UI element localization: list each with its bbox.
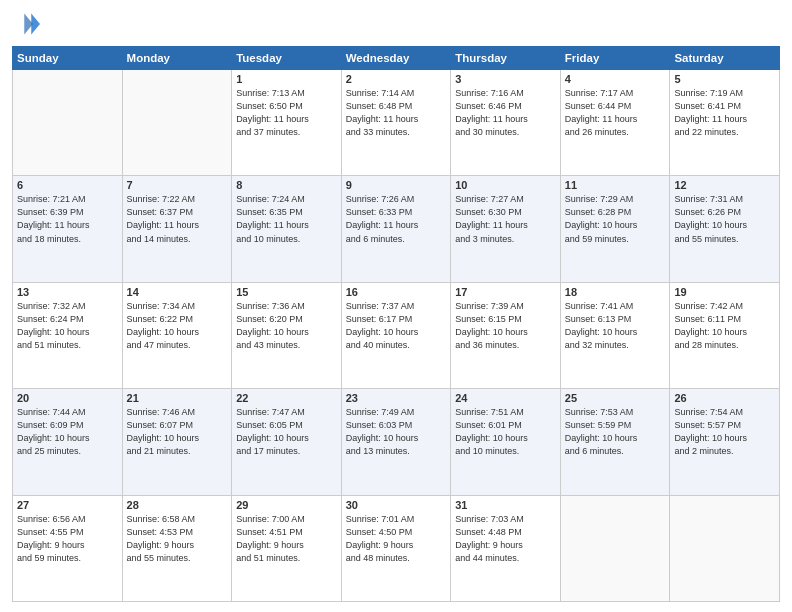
- day-info: Sunrise: 7:39 AM Sunset: 6:15 PM Dayligh…: [455, 300, 556, 352]
- col-header-thursday: Thursday: [451, 47, 561, 70]
- day-info: Sunrise: 7:36 AM Sunset: 6:20 PM Dayligh…: [236, 300, 337, 352]
- day-number: 28: [127, 499, 228, 511]
- calendar-cell: 3Sunrise: 7:16 AM Sunset: 6:46 PM Daylig…: [451, 70, 561, 176]
- day-info: Sunrise: 7:24 AM Sunset: 6:35 PM Dayligh…: [236, 193, 337, 245]
- calendar-cell: 17Sunrise: 7:39 AM Sunset: 6:15 PM Dayli…: [451, 282, 561, 388]
- calendar-cell: 27Sunrise: 6:56 AM Sunset: 4:55 PM Dayli…: [13, 495, 123, 601]
- day-info: Sunrise: 6:58 AM Sunset: 4:53 PM Dayligh…: [127, 513, 228, 565]
- day-number: 16: [346, 286, 447, 298]
- day-info: Sunrise: 7:31 AM Sunset: 6:26 PM Dayligh…: [674, 193, 775, 245]
- col-header-wednesday: Wednesday: [341, 47, 451, 70]
- day-number: 1: [236, 73, 337, 85]
- calendar-cell: 1Sunrise: 7:13 AM Sunset: 6:50 PM Daylig…: [232, 70, 342, 176]
- col-header-saturday: Saturday: [670, 47, 780, 70]
- day-info: Sunrise: 7:16 AM Sunset: 6:46 PM Dayligh…: [455, 87, 556, 139]
- calendar-cell: 28Sunrise: 6:58 AM Sunset: 4:53 PM Dayli…: [122, 495, 232, 601]
- day-number: 26: [674, 392, 775, 404]
- day-info: Sunrise: 7:49 AM Sunset: 6:03 PM Dayligh…: [346, 406, 447, 458]
- day-number: 13: [17, 286, 118, 298]
- day-number: 15: [236, 286, 337, 298]
- header: [12, 10, 780, 38]
- week-row-2: 6Sunrise: 7:21 AM Sunset: 6:39 PM Daylig…: [13, 176, 780, 282]
- page: SundayMondayTuesdayWednesdayThursdayFrid…: [0, 0, 792, 612]
- day-info: Sunrise: 7:03 AM Sunset: 4:48 PM Dayligh…: [455, 513, 556, 565]
- day-info: Sunrise: 7:32 AM Sunset: 6:24 PM Dayligh…: [17, 300, 118, 352]
- calendar-table: SundayMondayTuesdayWednesdayThursdayFrid…: [12, 46, 780, 602]
- calendar-cell: 29Sunrise: 7:00 AM Sunset: 4:51 PM Dayli…: [232, 495, 342, 601]
- calendar-cell: 23Sunrise: 7:49 AM Sunset: 6:03 PM Dayli…: [341, 389, 451, 495]
- calendar-cell: 2Sunrise: 7:14 AM Sunset: 6:48 PM Daylig…: [341, 70, 451, 176]
- day-number: 10: [455, 179, 556, 191]
- calendar-cell: 16Sunrise: 7:37 AM Sunset: 6:17 PM Dayli…: [341, 282, 451, 388]
- calendar-cell: 10Sunrise: 7:27 AM Sunset: 6:30 PM Dayli…: [451, 176, 561, 282]
- day-info: Sunrise: 7:54 AM Sunset: 5:57 PM Dayligh…: [674, 406, 775, 458]
- day-info: Sunrise: 7:26 AM Sunset: 6:33 PM Dayligh…: [346, 193, 447, 245]
- calendar-cell: 26Sunrise: 7:54 AM Sunset: 5:57 PM Dayli…: [670, 389, 780, 495]
- day-info: Sunrise: 7:29 AM Sunset: 6:28 PM Dayligh…: [565, 193, 666, 245]
- calendar-cell: 21Sunrise: 7:46 AM Sunset: 6:07 PM Dayli…: [122, 389, 232, 495]
- calendar-cell: 13Sunrise: 7:32 AM Sunset: 6:24 PM Dayli…: [13, 282, 123, 388]
- day-info: Sunrise: 7:44 AM Sunset: 6:09 PM Dayligh…: [17, 406, 118, 458]
- calendar-header-row: SundayMondayTuesdayWednesdayThursdayFrid…: [13, 47, 780, 70]
- day-number: 22: [236, 392, 337, 404]
- calendar-cell: 24Sunrise: 7:51 AM Sunset: 6:01 PM Dayli…: [451, 389, 561, 495]
- calendar-cell: [122, 70, 232, 176]
- day-number: 21: [127, 392, 228, 404]
- logo-icon: [12, 10, 40, 38]
- col-header-sunday: Sunday: [13, 47, 123, 70]
- day-number: 6: [17, 179, 118, 191]
- calendar-cell: 15Sunrise: 7:36 AM Sunset: 6:20 PM Dayli…: [232, 282, 342, 388]
- calendar-cell: [560, 495, 670, 601]
- week-row-1: 1Sunrise: 7:13 AM Sunset: 6:50 PM Daylig…: [13, 70, 780, 176]
- day-number: 19: [674, 286, 775, 298]
- day-info: Sunrise: 7:22 AM Sunset: 6:37 PM Dayligh…: [127, 193, 228, 245]
- day-number: 3: [455, 73, 556, 85]
- day-number: 17: [455, 286, 556, 298]
- logo: [12, 10, 44, 38]
- day-info: Sunrise: 7:42 AM Sunset: 6:11 PM Dayligh…: [674, 300, 775, 352]
- day-number: 14: [127, 286, 228, 298]
- calendar-cell: 4Sunrise: 7:17 AM Sunset: 6:44 PM Daylig…: [560, 70, 670, 176]
- day-info: Sunrise: 7:27 AM Sunset: 6:30 PM Dayligh…: [455, 193, 556, 245]
- day-number: 29: [236, 499, 337, 511]
- day-number: 5: [674, 73, 775, 85]
- week-row-5: 27Sunrise: 6:56 AM Sunset: 4:55 PM Dayli…: [13, 495, 780, 601]
- calendar-cell: 5Sunrise: 7:19 AM Sunset: 6:41 PM Daylig…: [670, 70, 780, 176]
- day-info: Sunrise: 7:53 AM Sunset: 5:59 PM Dayligh…: [565, 406, 666, 458]
- calendar-cell: 22Sunrise: 7:47 AM Sunset: 6:05 PM Dayli…: [232, 389, 342, 495]
- day-number: 12: [674, 179, 775, 191]
- day-number: 30: [346, 499, 447, 511]
- week-row-4: 20Sunrise: 7:44 AM Sunset: 6:09 PM Dayli…: [13, 389, 780, 495]
- day-number: 8: [236, 179, 337, 191]
- calendar-cell: 20Sunrise: 7:44 AM Sunset: 6:09 PM Dayli…: [13, 389, 123, 495]
- calendar-cell: 9Sunrise: 7:26 AM Sunset: 6:33 PM Daylig…: [341, 176, 451, 282]
- calendar-cell: 14Sunrise: 7:34 AM Sunset: 6:22 PM Dayli…: [122, 282, 232, 388]
- day-info: Sunrise: 7:37 AM Sunset: 6:17 PM Dayligh…: [346, 300, 447, 352]
- day-info: Sunrise: 7:00 AM Sunset: 4:51 PM Dayligh…: [236, 513, 337, 565]
- col-header-friday: Friday: [560, 47, 670, 70]
- col-header-tuesday: Tuesday: [232, 47, 342, 70]
- calendar-cell: [13, 70, 123, 176]
- day-number: 2: [346, 73, 447, 85]
- calendar-cell: 31Sunrise: 7:03 AM Sunset: 4:48 PM Dayli…: [451, 495, 561, 601]
- day-info: Sunrise: 6:56 AM Sunset: 4:55 PM Dayligh…: [17, 513, 118, 565]
- calendar-cell: 18Sunrise: 7:41 AM Sunset: 6:13 PM Dayli…: [560, 282, 670, 388]
- day-number: 18: [565, 286, 666, 298]
- day-info: Sunrise: 7:14 AM Sunset: 6:48 PM Dayligh…: [346, 87, 447, 139]
- day-info: Sunrise: 7:21 AM Sunset: 6:39 PM Dayligh…: [17, 193, 118, 245]
- day-number: 20: [17, 392, 118, 404]
- day-number: 31: [455, 499, 556, 511]
- calendar-cell: 7Sunrise: 7:22 AM Sunset: 6:37 PM Daylig…: [122, 176, 232, 282]
- calendar-cell: 6Sunrise: 7:21 AM Sunset: 6:39 PM Daylig…: [13, 176, 123, 282]
- calendar-cell: 25Sunrise: 7:53 AM Sunset: 5:59 PM Dayli…: [560, 389, 670, 495]
- day-number: 24: [455, 392, 556, 404]
- day-number: 7: [127, 179, 228, 191]
- day-info: Sunrise: 7:51 AM Sunset: 6:01 PM Dayligh…: [455, 406, 556, 458]
- day-number: 9: [346, 179, 447, 191]
- day-number: 4: [565, 73, 666, 85]
- day-info: Sunrise: 7:17 AM Sunset: 6:44 PM Dayligh…: [565, 87, 666, 139]
- calendar-cell: 11Sunrise: 7:29 AM Sunset: 6:28 PM Dayli…: [560, 176, 670, 282]
- day-info: Sunrise: 7:13 AM Sunset: 6:50 PM Dayligh…: [236, 87, 337, 139]
- calendar-cell: 8Sunrise: 7:24 AM Sunset: 6:35 PM Daylig…: [232, 176, 342, 282]
- day-number: 11: [565, 179, 666, 191]
